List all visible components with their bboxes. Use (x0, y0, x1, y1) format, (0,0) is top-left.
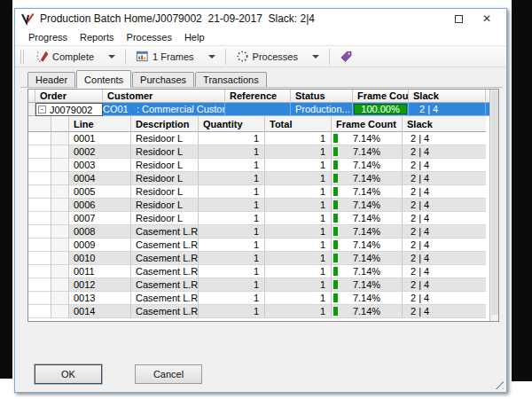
column-header-status[interactable]: Status (291, 90, 353, 103)
description-cell: Residoor L (131, 185, 199, 199)
line-header-indicator (51, 116, 69, 132)
description-cell: Residoor L (131, 212, 199, 225)
frame-count-bar (333, 307, 338, 316)
maximize-button[interactable] (444, 9, 473, 28)
column-header-line-slack[interactable]: Slack (403, 116, 486, 132)
line-indent (28, 132, 51, 145)
line-row[interactable]: 0007 Residoor L 1 1 7.14% 2 | 4 (28, 212, 491, 225)
frame-count-bar (333, 147, 338, 156)
frame-count-cell: 7.14% (332, 252, 403, 265)
complete-dropdown[interactable]: Complete (31, 48, 120, 66)
collapse-expander[interactable]: - (38, 106, 46, 113)
cancel-button[interactable]: Cancel (135, 364, 202, 384)
line-indicator (51, 199, 69, 212)
slack-cell: 2 | 4 (403, 132, 486, 145)
menu-progress[interactable]: Progress (22, 30, 74, 44)
menu-reports[interactable]: Reports (74, 30, 121, 44)
line-indicator (51, 305, 69, 318)
frame-count-value: 7.14% (353, 186, 380, 197)
line-row[interactable]: 0002 Residoor L 1 1 7.14% 2 | 4 (28, 145, 491, 159)
line-indent (28, 199, 51, 212)
description-cell: Residoor L (131, 132, 199, 145)
window-title: Production Batch Home/J0079002 21-09-201… (40, 12, 315, 25)
line-row[interactable]: 0014 Casement L.R 1 1 7.14% 2 | 4 (28, 305, 491, 318)
line-header-indent (28, 116, 51, 132)
tab-transactions[interactable]: Transactions (195, 72, 267, 87)
line-row[interactable]: 0012 Casement L.R 1 1 7.14% 2 | 4 (28, 278, 491, 292)
toolbar-grip[interactable] (20, 50, 24, 64)
column-header-slack[interactable]: Slack (409, 90, 486, 103)
scrollbar-thumb[interactable] (491, 90, 498, 315)
line-row[interactable]: 0009 Casement L.R 1 1 7.14% 2 | 4 (28, 239, 491, 252)
frame-count-cell: 7.14% (332, 265, 403, 278)
line-cell: 0011 (69, 265, 131, 278)
reference-cell (225, 103, 291, 116)
frame-count-value: 7.14% (353, 279, 380, 290)
close-button[interactable]: ✕ (473, 9, 501, 28)
line-cell: 0010 (69, 252, 131, 265)
column-header-reference[interactable]: Reference (225, 90, 291, 103)
line-row[interactable]: 0001 Residoor L 1 1 7.14% 2 | 4 (28, 132, 491, 145)
line-row[interactable]: 0013 Casement L.R 1 1 7.14% 2 | 4 (28, 292, 491, 305)
chevron-down-icon (108, 55, 115, 59)
toolbar-separator (125, 49, 126, 65)
resize-grip[interactable] (492, 378, 504, 389)
line-row[interactable]: 0008 Casement L.R 1 1 7.14% 2 | 4 (28, 225, 491, 239)
column-header-line-frame-count[interactable]: Frame Count (332, 116, 403, 132)
menu-help[interactable]: Help (178, 30, 211, 44)
line-indicator (51, 159, 69, 172)
vertical-scrollbar[interactable] (489, 90, 498, 321)
line-row[interactable]: 0006 Residoor L 1 1 7.14% 2 | 4 (28, 199, 491, 212)
line-indent (28, 172, 51, 185)
quantity-cell: 1 (199, 145, 265, 159)
slack-cell: 2 | 4 (403, 172, 486, 185)
column-header-customer[interactable]: Customer (103, 90, 225, 103)
frame-count-value: 7.14% (353, 200, 380, 210)
menu-processes[interactable]: Processes (121, 30, 178, 44)
tab-header[interactable]: Header (27, 72, 75, 87)
line-row[interactable]: 0011 Casement L.R 1 1 7.14% 2 | 4 (28, 265, 491, 278)
frame-count-bar (333, 240, 338, 249)
title-bar[interactable]: Production Batch Home/J0079002 21-09-201… (15, 9, 506, 28)
batch-row[interactable]: - J0079002 CO01 : Commercial Customer ..… (28, 103, 491, 116)
line-indicator (51, 265, 69, 278)
line-indent (28, 159, 51, 172)
line-row[interactable]: 0010 Casement L.R 1 1 7.14% 2 | 4 (28, 252, 491, 265)
tab-contents[interactable]: Contents (76, 70, 131, 88)
frame-count-cell: 7.14% (332, 305, 403, 318)
line-row[interactable]: 0004 Residoor L 1 1 7.14% 2 | 4 (28, 172, 491, 185)
status-ellipsis: ... (342, 104, 350, 114)
frame-count-cell: 7.14% (332, 278, 403, 292)
description-cell: Casement L.R (131, 225, 199, 239)
header-indicator (28, 90, 35, 103)
line-indicator (51, 132, 69, 145)
line-cell: 0005 (69, 185, 131, 199)
column-header-order[interactable]: Order (35, 90, 103, 103)
processes-dropdown[interactable]: Processes (231, 48, 324, 66)
frame-count-cell: 7.14% (332, 159, 403, 172)
total-cell: 1 (265, 239, 332, 252)
frame-count-cell: 7.14% (332, 239, 403, 252)
quantity-cell: 1 (199, 265, 265, 278)
frame-count-value: 7.14% (353, 133, 380, 144)
line-indent (28, 185, 51, 199)
line-indent (28, 278, 51, 292)
column-header-line[interactable]: Line (69, 116, 131, 132)
total-cell: 1 (265, 305, 332, 318)
frame-count-value: 7.14% (353, 160, 380, 170)
line-row[interactable]: 0003 Residoor L 1 1 7.14% 2 | 4 (28, 159, 491, 172)
tag-button[interactable] (335, 48, 361, 66)
tab-purchases[interactable]: Purchases (132, 72, 194, 87)
frame-count-bar (333, 187, 338, 196)
column-header-total[interactable]: Total (265, 116, 332, 132)
column-header-quantity[interactable]: Quantity (199, 116, 265, 132)
ok-button[interactable]: OK (35, 364, 102, 384)
frame-count-value: 7.14% (353, 173, 380, 184)
line-row[interactable]: 0005 Residoor L 1 1 7.14% 2 | 4 (28, 185, 491, 199)
tab-strip: Header Contents Purchases Transactions (27, 70, 268, 87)
line-cell: 0008 (69, 225, 131, 239)
slack-cell: 2 | 4 (403, 199, 486, 212)
column-header-description[interactable]: Description (131, 116, 199, 132)
frames-dropdown[interactable]: 1 Frames (131, 48, 219, 66)
column-header-frame-count[interactable]: Frame Coun... (353, 90, 409, 103)
